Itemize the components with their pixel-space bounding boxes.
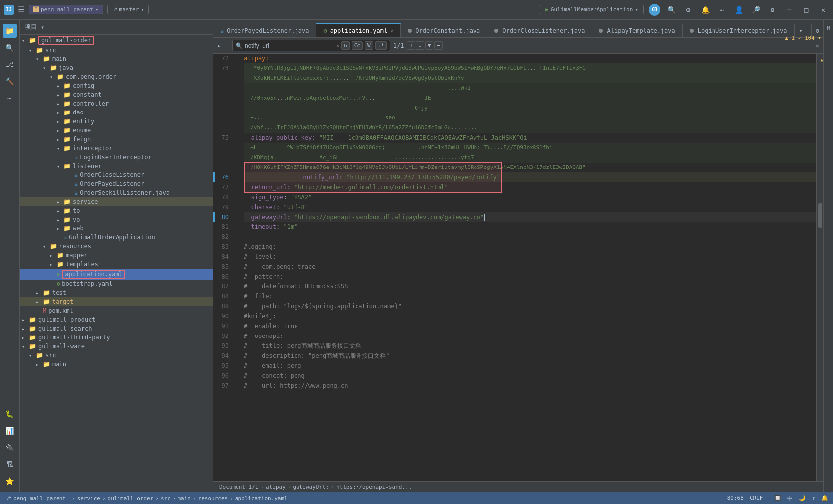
tree-arrow-src[interactable]: ▾: [29, 48, 36, 53]
sidebar-icon-plugins[interactable]: 🔌: [3, 441, 17, 454]
search-word-btn[interactable]: W: [365, 41, 373, 50]
branch-dropdown-icon[interactable]: ▾: [141, 6, 144, 13]
run-config-selector[interactable]: ▶ GulimallMemberApplication ▾: [540, 5, 644, 14]
sidebar-icon-structure[interactable]: 🏗: [3, 457, 17, 471]
tree-item-bootstrap-yaml[interactable]: ▸ ⚙ bootstrap.yaml: [20, 280, 213, 288]
tree-item-src[interactable]: ▾ 📁 src: [20, 46, 213, 55]
search-case-btn[interactable]: Cc: [352, 41, 363, 50]
tree-item-templates[interactable]: ▸ 📁 templates: [20, 260, 213, 269]
tree-arrow-ware-main[interactable]: ▸: [36, 362, 43, 367]
tree-item-main[interactable]: ▾ 📁 main: [20, 55, 213, 63]
tree-item-dao[interactable]: ▸ 📁 dao: [20, 108, 213, 117]
tree-item-gulimall-third-party[interactable]: ▸ 📁 gulimall-third-party: [20, 333, 213, 342]
tree-arrow-test[interactable]: ▸: [36, 290, 43, 296]
status-icons-grid[interactable]: 🔲: [774, 495, 781, 502]
tab-application-yaml[interactable]: ⚙ application.yaml ✕: [316, 23, 401, 37]
search-filter-btn[interactable]: ▼: [425, 41, 434, 50]
tree-item-entity[interactable]: ▸ 📁 entity: [20, 117, 213, 126]
tree-item-gulimall-ware[interactable]: ▾ 📁 gulimall-ware: [20, 342, 213, 351]
search-everywhere-icon[interactable]: 🔍: [665, 4, 677, 16]
tree-item-gulimall-search[interactable]: ▸ 📁 gulimall-search: [20, 324, 213, 333]
sidebar-icon-build[interactable]: 🔨: [3, 74, 17, 88]
tree-item-loginuserinterceptor[interactable]: ▸ ☕ LoginUserInterceptor: [20, 153, 213, 162]
settings-icon[interactable]: ⚙: [682, 4, 694, 16]
sidebar-icon-vcs[interactable]: ⎇: [3, 57, 17, 71]
scrollbar-thumb[interactable]: [818, 203, 822, 228]
search-next-btn[interactable]: ↓: [416, 41, 424, 50]
tree-arrow-controller[interactable]: ▸: [57, 101, 63, 107]
tree-arrow-feign[interactable]: ▸: [57, 137, 63, 142]
tree-item-service[interactable]: ▸ 📁 service: [20, 197, 213, 206]
file-tree-content[interactable]: ▾ 📁 gulimall-order ▾ 📁 src ▾ 📁 main ▾ 📁 …: [20, 35, 213, 492]
project-dropdown-icon[interactable]: ▾: [95, 6, 99, 13]
sidebar-icon-git[interactable]: 📊: [3, 424, 17, 438]
sidebar-icon-debug[interactable]: 🐛: [3, 407, 17, 421]
tree-arrow-enume[interactable]: ▸: [57, 128, 63, 133]
tree-arrow-dao[interactable]: ▸: [57, 110, 63, 115]
tab-close-application-yaml[interactable]: ✕: [390, 28, 393, 34]
tree-arrow-config[interactable]: ▸: [57, 83, 63, 89]
tree-arrow-gulimall-order[interactable]: ▾: [22, 38, 29, 43]
tree-arrow-vo[interactable]: ▸: [57, 217, 63, 223]
notification-icon[interactable]: 🔔: [699, 4, 711, 16]
sidebar-icon-bookmark[interactable]: ⭐: [3, 474, 17, 488]
maximize-icon[interactable]: □: [800, 4, 812, 16]
tree-arrow-interceptor[interactable]: ▾: [57, 146, 63, 151]
global-search-icon[interactable]: 🔎: [750, 4, 762, 16]
tree-item-resources[interactable]: ▾ 📁 resources: [20, 242, 213, 251]
tree-item-java[interactable]: ▾ 📁 java: [20, 63, 213, 72]
tab-orderconstant[interactable]: OrderConstant.java: [401, 24, 487, 37]
tree-arrow-gulimall-search[interactable]: ▸: [22, 326, 29, 332]
status-moon-icon[interactable]: 🌙: [799, 495, 806, 502]
tree-arrow-com-peng-order[interactable]: ▾: [50, 74, 57, 80]
sidebar-icon-find[interactable]: 🔍: [3, 41, 17, 55]
tree-item-enume[interactable]: ▸ 📁 enume: [20, 126, 213, 135]
tree-arrow-mapper[interactable]: ▸: [50, 253, 57, 258]
tree-item-ware-main[interactable]: ▸ 📁 main: [20, 360, 213, 369]
tab-alipaytemplate[interactable]: AlipayTemplate.java: [592, 24, 682, 37]
tree-item-gulimall-product[interactable]: ▸ 📁 gulimall-product: [20, 315, 213, 324]
more-actions-icon[interactable]: ⋯: [716, 4, 728, 16]
tree-arrow-ware-src[interactable]: ▾: [29, 353, 36, 358]
search-regex-btn[interactable]: .*: [375, 41, 387, 50]
tree-arrow-constant[interactable]: ▸: [57, 92, 63, 98]
tree-item-gulimallorderapplication[interactable]: ▸ ☕ GulimallOrderApplication: [20, 233, 213, 242]
ide-settings-icon[interactable]: ⚙: [767, 4, 778, 16]
search-close-btn[interactable]: ✕: [816, 42, 819, 49]
tree-item-pom-xml[interactable]: ▸ M pom.xml: [20, 306, 213, 315]
tree-arrow-target[interactable]: ▸: [36, 299, 43, 305]
vertical-scrollbar[interactable]: ▲: [816, 54, 823, 481]
tree-item-orderseckilllistener[interactable]: ▸ ☕ OrderSeckillListener.java: [20, 188, 213, 197]
tree-arrow-web[interactable]: ▸: [57, 226, 63, 231]
project-selector[interactable]: 🅿 peng-mall-parent ▾: [29, 5, 103, 14]
tree-arrow-gulimall-ware[interactable]: ▾: [22, 344, 29, 349]
search-clear-icon[interactable]: ✕: [336, 43, 339, 48]
tree-arrow-resources[interactable]: ▾: [43, 244, 50, 249]
tab-orderpayedlistener[interactable]: ☕ OrderPayedListener.java: [213, 24, 316, 37]
tree-item-listener[interactable]: ▾ 📁 listener: [20, 162, 213, 170]
tree-item-vo[interactable]: ▸ 📁 vo: [20, 215, 213, 224]
tree-item-to[interactable]: ▸ 📁 to: [20, 206, 213, 215]
project-tree-dropdown-icon[interactable]: ▾: [41, 24, 44, 31]
breadcrumb-gatewayurl[interactable]: gatewayUrl:: [293, 484, 329, 490]
search-expand-icon[interactable]: ▸: [217, 42, 229, 49]
add-user-icon[interactable]: 👤: [733, 4, 745, 16]
tree-item-interceptor[interactable]: ▾ 📁 interceptor: [20, 144, 213, 153]
branch-selector[interactable]: ⎇ master ▾: [107, 5, 149, 14]
tree-arrow-to[interactable]: ▸: [57, 208, 63, 214]
breadcrumb-alipay[interactable]: alipay: [266, 484, 286, 490]
tree-item-ordercloselisten[interactable]: ▸ ☕ OrderCloseListener: [20, 170, 213, 179]
tree-arrow-main[interactable]: ▾: [36, 56, 43, 62]
tree-arrow-gulimall-third-party[interactable]: ▸: [22, 335, 29, 340]
search-input[interactable]: [245, 42, 334, 49]
tree-item-orderpayedlistener[interactable]: ▸ ☕ OrderPayedListener: [20, 179, 213, 188]
search-options-btn[interactable]: ⋯: [434, 41, 443, 50]
user-avatar[interactable]: CB: [649, 4, 660, 16]
tree-arrow-entity[interactable]: ▸: [57, 119, 63, 124]
tree-item-feign[interactable]: ▸ 📁 feign: [20, 135, 213, 144]
tree-item-gulimall-order[interactable]: ▾ 📁 gulimall-order: [20, 35, 213, 46]
tree-item-mapper[interactable]: ▸ 📁 mapper: [20, 251, 213, 260]
tree-item-constant[interactable]: ▸ 📁 constant: [20, 90, 213, 99]
tree-item-config[interactable]: ▸ 📁 config: [20, 81, 213, 90]
minimize-icon[interactable]: ─: [783, 4, 795, 16]
